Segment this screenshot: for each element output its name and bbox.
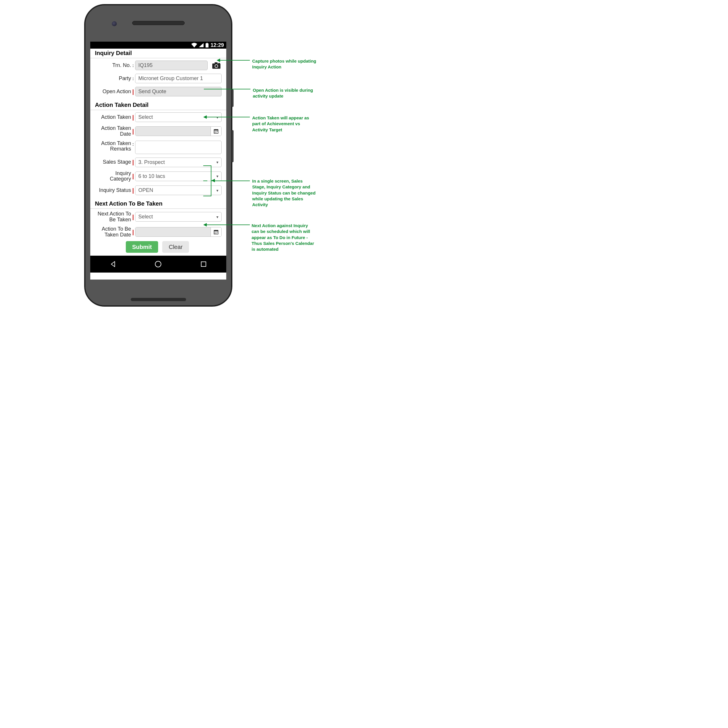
svg-rect-14 [215, 132, 215, 133]
label-trn-no: Trn. No. [93, 63, 131, 69]
cellular-signal-icon [199, 43, 203, 47]
chevron-down-icon: ▾ [216, 188, 219, 193]
label-next-action: Next Action To Be Taken [93, 211, 131, 223]
svg-rect-22 [217, 232, 217, 232]
label-action-taken: Action Taken [93, 115, 131, 120]
date-value [135, 228, 211, 237]
wifi-icon [191, 43, 197, 47]
svg-rect-24 [216, 233, 216, 234]
phone-volume-button [231, 130, 234, 162]
callout-bracket-stub [203, 180, 207, 181]
separator-required: | [131, 215, 135, 219]
separator-required: | [131, 160, 135, 165]
phone-front-camera [112, 21, 117, 26]
svg-rect-21 [216, 232, 216, 232]
row-inquiry-status: Inquiry Status | OPEN ▾ [93, 185, 222, 195]
label-inquiry-status: Inquiry Status [93, 188, 131, 193]
callout-arrow [217, 58, 220, 62]
callout-line [207, 117, 250, 117]
svg-rect-19 [217, 230, 217, 231]
svg-rect-3 [215, 62, 217, 64]
callout-arrow [203, 223, 207, 226]
separator-required: | [131, 115, 135, 120]
callout-next-action: Next Action against Inquiry can be sched… [252, 223, 316, 252]
callout-bracket [207, 165, 211, 196]
clear-button[interactable]: Clear [162, 241, 189, 253]
svg-point-5 [215, 65, 217, 67]
svg-rect-26 [201, 262, 206, 266]
calendar-button[interactable] [211, 127, 221, 136]
label-action-taken-date: Action Taken Date [93, 125, 131, 137]
screen: 12:29 Inquiry Detail Trn. No. : IQ195 [90, 42, 226, 280]
separator-colon: : [131, 76, 135, 81]
label-action-to-be-taken-date: Action To Be Taken Date [93, 226, 131, 238]
svg-rect-8 [214, 130, 218, 130]
action-taken-remarks-textarea[interactable] [135, 141, 222, 154]
svg-point-25 [155, 261, 161, 267]
calendar-icon [214, 230, 219, 234]
callout-camera: Capture photos while updating Inquiry Ac… [252, 58, 317, 70]
next-action-select[interactable]: Select ▾ [135, 212, 222, 222]
status-time: 12:29 [211, 42, 224, 48]
callout-line [204, 89, 251, 89]
separator-required: | [131, 188, 135, 193]
row-action-to-be-taken-date: Action To Be Taken Date | [93, 226, 222, 238]
separator-required: | [131, 230, 135, 234]
callout-combined: In a single screen, Sales Stage, Inquiry… [252, 178, 317, 208]
status-bar: 12:29 [90, 42, 226, 49]
section-title-action-taken: Action Taken Detail [90, 101, 226, 110]
submit-button[interactable]: Submit [126, 241, 158, 253]
callout-bracket-stub [203, 196, 207, 196]
action-taken-date-input[interactable] [135, 126, 222, 136]
battery-icon [205, 43, 209, 47]
row-sales-stage: Sales Stage | 3. Prospect ▾ [93, 158, 222, 167]
svg-rect-12 [216, 131, 216, 132]
separator-required: | [131, 129, 135, 134]
nav-back-button[interactable] [109, 260, 117, 269]
back-triangle-icon [110, 261, 116, 268]
callout-line [220, 60, 250, 61]
row-action-taken-date: Action Taken Date | [93, 125, 222, 137]
home-circle-icon [154, 260, 162, 268]
svg-rect-9 [215, 129, 216, 130]
camera-icon [212, 62, 220, 69]
phone-power-button [231, 89, 234, 107]
section-title-inquiry-detail: Inquiry Detail [90, 49, 226, 58]
separator-required: | [131, 89, 135, 94]
calendar-button[interactable] [211, 228, 221, 237]
row-trn-no: Trn. No. : IQ195 [93, 61, 222, 70]
row-action-taken: Action Taken | Select ▾ [93, 112, 222, 122]
open-action-input[interactable]: Send Quote [135, 87, 222, 96]
callout-line [207, 225, 250, 225]
svg-rect-20 [215, 232, 215, 232]
svg-rect-23 [215, 233, 215, 234]
row-inquiry-category: Inquiry Category | 6 to 10 lacs ▾ [93, 171, 222, 182]
calendar-icon [214, 129, 219, 134]
callout-line [211, 180, 250, 181]
svg-rect-17 [214, 230, 218, 231]
svg-rect-0 [206, 43, 208, 47]
label-sales-stage: Sales Stage [93, 159, 131, 165]
camera-button[interactable] [211, 62, 222, 69]
row-party: Party : Micronet Group Customer 1 [93, 74, 222, 83]
svg-rect-15 [216, 132, 216, 133]
section-title-next-action: Next Action To Be Taken [90, 199, 226, 209]
nav-home-button[interactable] [154, 260, 162, 269]
phone-speaker [132, 21, 185, 25]
chevron-down-icon: ▾ [216, 160, 219, 165]
action-to-be-taken-date-input[interactable] [135, 227, 222, 237]
svg-rect-13 [217, 131, 217, 132]
callout-bracket-stub [203, 165, 207, 166]
row-action-taken-remarks: Action Taken Remarks : [93, 141, 222, 154]
separator-colon: : [131, 141, 135, 147]
nav-recent-button[interactable] [199, 260, 208, 269]
row-open-action: Open Action | Send Quote [93, 87, 222, 96]
chevron-down-icon: ▾ [216, 215, 219, 219]
separator-colon: : [131, 63, 135, 68]
separator-required: | [131, 174, 135, 179]
callout-action-taken: Action Taken will appear as part of Achi… [252, 115, 317, 133]
party-input[interactable]: Micronet Group Customer 1 [135, 74, 222, 83]
trn-no-input[interactable]: IQ195 [135, 61, 208, 70]
phone-home-indicator [131, 298, 186, 301]
chevron-down-icon: ▾ [216, 174, 219, 179]
